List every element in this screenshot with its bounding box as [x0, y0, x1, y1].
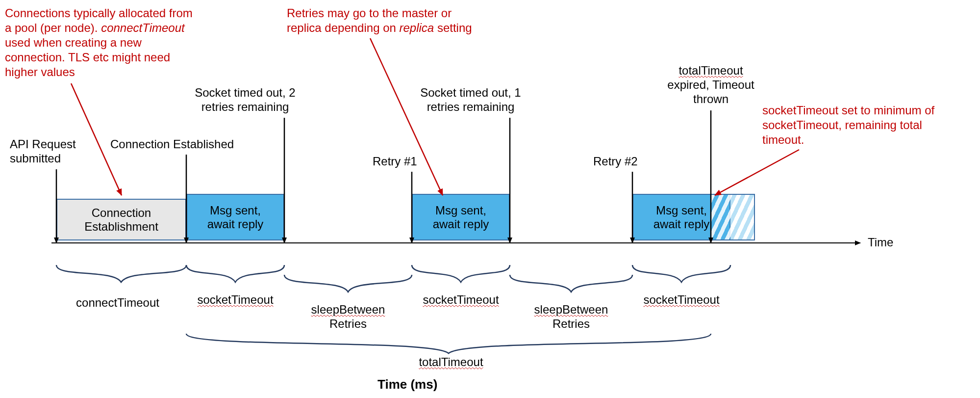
text: Retries may go to the master or — [287, 6, 452, 20]
label-api-request: API Requestsubmitted — [10, 137, 88, 166]
brace-label-sleep-1: sleepBetween Retries — [304, 303, 392, 331]
label-retry2: Retry #2 — [593, 155, 642, 169]
text: timeout. — [762, 133, 804, 146]
phase-msg-retry1: Msg sent,await reply — [412, 194, 510, 240]
text: sleepBetween — [534, 303, 608, 316]
label-socket-timeout-1: Socket timed out, 1retries remaining — [409, 86, 532, 114]
text: socketTimeout, remaining total — [762, 118, 922, 132]
text: connection. TLS etc might need — [5, 51, 170, 64]
brace-label-sleep-2: sleepBetween Retries — [527, 303, 615, 331]
arrow-sockettimeout-note — [715, 150, 799, 195]
brace-label-sockettimeout-2: socketTimeout — [414, 293, 507, 307]
brace-label-connecttimeout: connectTimeout — [69, 296, 167, 310]
timeout-diagram: Connections typically allocated from a p… — [0, 0, 980, 398]
label-conn-established: Connection Established — [110, 137, 243, 152]
brace-sockettimeout-1 — [186, 265, 284, 282]
brace-connecttimeout — [56, 265, 186, 282]
axis-time-ms: Time (ms) — [377, 377, 437, 392]
phase-connection-establishment: ConnectionEstablishment — [56, 199, 186, 240]
text-ital: connectTimeout — [101, 21, 185, 34]
brace-label-sockettimeout-3: socketTimeout — [635, 293, 728, 307]
brace-sockettimeout-3 — [632, 265, 730, 282]
text: thrown — [693, 92, 729, 106]
annotation-sockettimeout-note: socketTimeout set to minimum of socketTi… — [762, 103, 973, 147]
brace-label-sockettimeout-1: socketTimeout — [189, 293, 282, 307]
brace-totaltimeout — [186, 334, 711, 353]
text: sleepBetween — [311, 303, 385, 316]
arrow-retries-note — [370, 38, 443, 195]
text: replica depending on — [287, 21, 400, 34]
text: Retries — [553, 317, 590, 330]
text: higher values — [5, 65, 75, 79]
label-socket-timeout-2: Socket timed out, 2retries remaining — [184, 86, 306, 114]
text: Connections typically allocated from — [5, 6, 193, 20]
text-ital: replica — [400, 21, 434, 34]
text: totalTimeout — [678, 64, 743, 77]
brace-sockettimeout-2 — [412, 265, 510, 282]
text: used when creating a new — [5, 36, 142, 49]
text: Retries — [329, 317, 367, 330]
label-total-expired: totalTimeout expired, Timeout thrown — [657, 64, 765, 106]
phase-msg-attempt0: Msg sent,await reply — [186, 194, 284, 240]
axis-time-label: Time — [868, 236, 893, 249]
text: socketTimeout set to minimum of — [762, 104, 934, 117]
brace-sleep-2 — [510, 275, 632, 292]
phase-hatch-truncation — [711, 194, 755, 240]
text: a pool (per node). — [5, 21, 101, 34]
brace-label-totaltimeout: totalTimeout — [402, 355, 500, 370]
text: expired, Timeout — [667, 78, 754, 91]
text: setting — [434, 21, 472, 34]
brace-sleep-1 — [284, 275, 412, 292]
annotation-pool-note: Connections typically allocated from a p… — [5, 6, 240, 80]
annotation-retries-note: Retries may go to the master or replica … — [287, 6, 503, 35]
label-retry1: Retry #1 — [373, 155, 422, 169]
